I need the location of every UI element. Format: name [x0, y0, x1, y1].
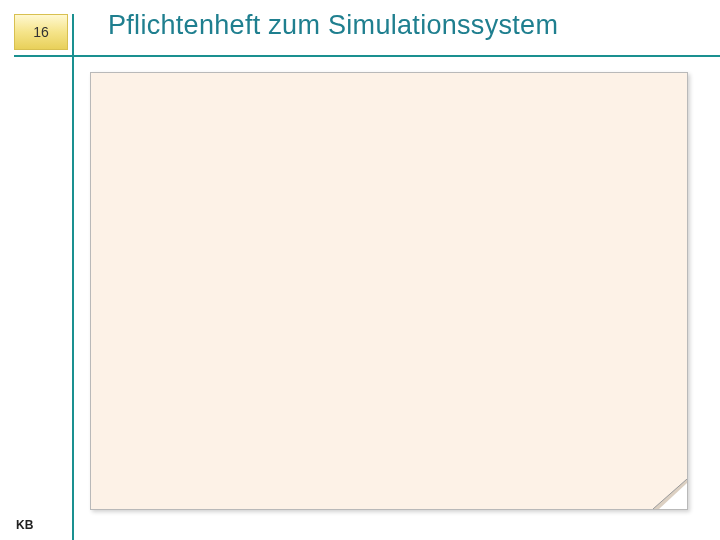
svg-marker-1 — [653, 479, 687, 509]
slide: 16 Pflichtenheft zum Simulationssystem O… — [0, 0, 720, 540]
sidebar-label: Objektorientierte Softwareentwicklung — [0, 50, 10, 490]
page-fold-icon — [653, 479, 687, 509]
page-title: Pflichtenheft zum Simulationssystem — [108, 10, 558, 41]
content-panel — [90, 72, 688, 510]
svg-marker-0 — [653, 479, 687, 509]
divider-horizontal — [14, 55, 720, 57]
page-number-box: 16 — [14, 14, 68, 50]
svg-line-2 — [653, 479, 687, 509]
page-number: 16 — [33, 24, 49, 40]
divider-vertical — [72, 14, 74, 540]
footer-author: KB — [16, 518, 33, 532]
